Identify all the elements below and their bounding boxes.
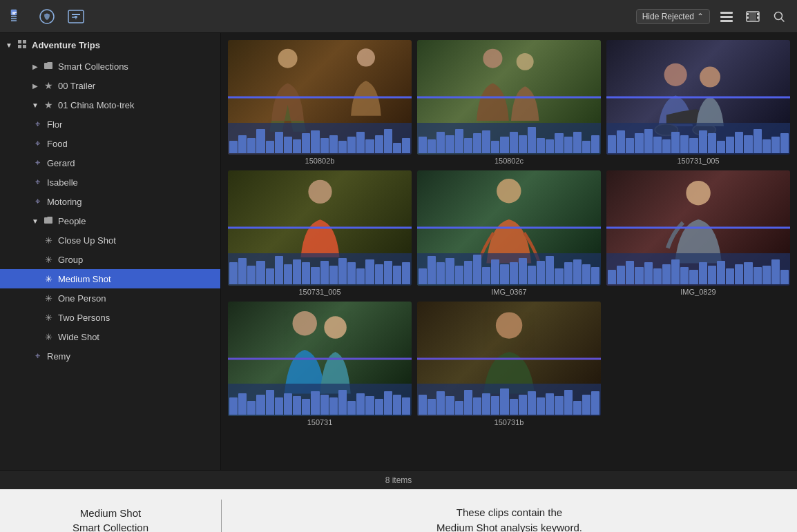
waveform	[417, 253, 601, 286]
clip-item[interactable]: 150731b	[417, 302, 601, 426]
audio-icon[interactable]	[37, 7, 57, 26]
waveform	[228, 384, 412, 416]
waveform	[606, 253, 790, 286]
svg-rect-11	[757, 17, 759, 19]
libraries-icon[interactable]	[8, 7, 28, 26]
gear-icon-close-up: ✳	[43, 235, 54, 246]
filmstrip-icon[interactable]	[743, 7, 762, 26]
toolbar-left: T	[8, 7, 86, 26]
sidebar-item-remy[interactable]: ⌖ Remy	[0, 346, 220, 366]
svg-point-22	[517, 53, 534, 70]
clip-item[interactable]: IMG_0367	[417, 170, 601, 295]
selection-bar	[417, 227, 601, 229]
clip-item[interactable]: 150731_005	[606, 40, 790, 165]
clip-thumbnail	[606, 40, 790, 155]
star-icon-china: ★	[43, 99, 54, 110]
expand-arrow-smart-collections: ▶	[32, 63, 39, 70]
svg-point-29	[686, 180, 710, 204]
clip-thumbnail	[228, 170, 412, 285]
sidebar-item-close-up-shot[interactable]: ✳ Close Up Shot	[0, 230, 220, 250]
smart-collections-label: Smart Collections	[58, 61, 215, 72]
sidebar-item-01-china[interactable]: ▼ ★ 01 China Moto-trek	[0, 95, 220, 115]
svg-point-30	[292, 311, 316, 335]
sidebar-item-people[interactable]: ▼ People	[0, 211, 220, 230]
clip-thumbnail	[606, 170, 790, 285]
people-label: People	[58, 216, 215, 226]
sidebar-item-two-persons[interactable]: ✳ Two Persons	[0, 308, 220, 327]
clip-label: IMG_0829	[606, 288, 790, 296]
china-label: 01 China Moto-trek	[58, 100, 215, 110]
svg-rect-12	[749, 12, 756, 21]
gear-icon-wide-shot: ✳	[43, 332, 54, 342]
search-icon[interactable]	[769, 7, 789, 26]
sidebar-item-food[interactable]: ⌖ Food	[0, 134, 220, 153]
sidebar-item-one-person[interactable]: ✳ One Person	[0, 288, 220, 308]
selection-bar	[606, 227, 790, 229]
selection-bar	[228, 357, 412, 359]
expand-arrow-00-trailer: ▶	[32, 82, 39, 90]
sidebar-item-flor[interactable]: ⌖ Flor	[0, 115, 220, 134]
keyword-icon-isabelle: ⌖	[32, 177, 43, 188]
sidebar-root[interactable]: ▼ Adventure Trips	[0, 33, 220, 57]
clip-label: 150731_005	[228, 288, 412, 296]
keyword-icon-food: ⌖	[32, 138, 43, 149]
food-label: Food	[47, 139, 215, 149]
sidebar-item-smart-collections[interactable]: ▶ Smart Collections	[0, 57, 220, 76]
folder-icon-people	[43, 215, 54, 227]
sidebar-item-wide-shot[interactable]: ✳ Wide Shot	[0, 327, 220, 346]
clip-thumbnail	[228, 40, 412, 155]
clip-item[interactable]: 150802b	[228, 40, 412, 165]
list-view-icon[interactable]	[717, 7, 736, 26]
clip-item[interactable]: 150731_005	[228, 170, 412, 295]
waveform	[228, 123, 412, 155]
svg-point-19	[278, 49, 297, 68]
sidebar: ▼ Adventure Trips ▶ Smart Collections	[0, 33, 221, 470]
clip-label: 150731b	[417, 418, 601, 426]
content-area: 150802b	[221, 33, 797, 470]
star-icon-trailer: ★	[43, 80, 54, 91]
clip-item[interactable]: IMG_0829	[606, 170, 790, 295]
svg-rect-16	[23, 40, 26, 43]
gear-icon-group: ✳	[43, 255, 54, 265]
close-up-label: Close Up Shot	[58, 235, 215, 246]
clip-label: 150802c	[417, 157, 601, 165]
toolbar: T Hide Rejected ⌃	[0, 0, 797, 33]
group-label: Group	[58, 255, 215, 265]
sidebar-item-group[interactable]: ✳ Group	[0, 250, 220, 269]
sidebar-item-00-trailer[interactable]: ▶ ★ 00 Trailer	[0, 76, 220, 95]
sidebar-item-gerard[interactable]: ⌖ Gerard	[0, 153, 220, 173]
status-bar: 8 items	[0, 470, 797, 489]
hide-rejected-button[interactable]: Hide Rejected ⌃	[636, 9, 710, 24]
clip-item[interactable]: 150731	[228, 302, 412, 426]
svg-point-23	[664, 63, 686, 86]
waveform	[417, 384, 601, 416]
one-person-label: One Person	[58, 293, 215, 304]
svg-line-14	[781, 19, 784, 21]
annotation-area: Medium Shot Smart Collection These clips…	[0, 489, 797, 532]
flor-label: Flor	[47, 119, 215, 130]
selection-bar	[417, 357, 601, 359]
clip-thumbnail	[228, 302, 412, 416]
sidebar-item-isabelle[interactable]: ⌖ Isabelle	[0, 173, 220, 192]
two-persons-label: Two Persons	[58, 313, 215, 323]
sidebar-item-motoring[interactable]: ⌖ Motoring	[0, 192, 220, 211]
expand-arrow-people: ▼	[32, 217, 39, 225]
clip-thumbnail	[417, 40, 601, 155]
medium-shot-label: Medium Shot	[58, 274, 215, 284]
gear-icon-two-persons: ✳	[43, 313, 54, 323]
titles-icon[interactable]: T	[66, 7, 86, 26]
hide-rejected-label: Hide Rejected	[642, 12, 694, 21]
svg-rect-15	[18, 40, 21, 43]
annotation-right: These clips contain theMedium Shot analy…	[222, 505, 797, 533]
expand-arrow-root: ▼	[6, 41, 12, 49]
keyword-icon-motoring: ⌖	[32, 196, 43, 207]
items-count: 8 items	[385, 475, 412, 485]
svg-point-27	[308, 179, 332, 203]
sidebar-item-medium-shot[interactable]: ✳ Medium Shot	[0, 269, 220, 288]
clip-item[interactable]: 150802c	[417, 40, 601, 165]
selection-bar	[417, 97, 601, 99]
keyword-icon-remy: ⌖	[32, 351, 43, 362]
remy-label: Remy	[47, 351, 215, 362]
waveform	[606, 123, 790, 155]
gear-icon-medium-shot: ✳	[43, 274, 54, 284]
